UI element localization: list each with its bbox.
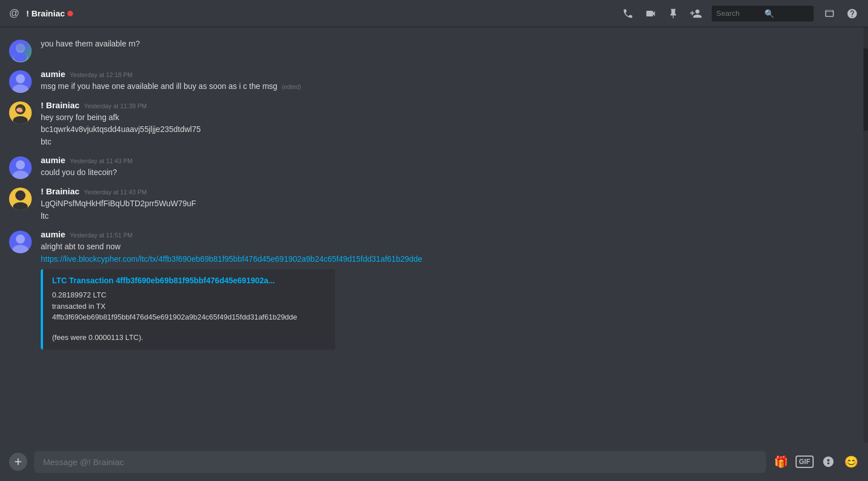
scrollbar-track[interactable] — [863, 27, 868, 442]
message-timestamp: Yesterday at 11:43 PM — [84, 189, 147, 195]
embed-title: LTC Transaction 4ffb3f690eb69b81f95bbf47… — [52, 276, 326, 285]
svg-point-12 — [15, 190, 25, 201]
embed-txhash: 4ffb3f690eb69b81f95bbf476d45e691902a9b24… — [52, 312, 326, 323]
search-box[interactable]: Search 🔍 — [712, 6, 814, 22]
input-placeholder: Message @! Brainiac — [43, 457, 124, 467]
message-header: aumie Yesterday at 11:51 PM — [41, 229, 859, 239]
emoji-icon[interactable]: 😊 — [843, 454, 859, 470]
message-content: you have them available rn? — [41, 39, 859, 62]
brainiac-label: ! Brainiac — [26, 8, 65, 18]
avatar — [9, 231, 32, 253]
messages-area: you have them available rn? aumie Yester… — [0, 27, 868, 442]
message-group: ! Brainiac Yesterday at 11:43 PM LgQiNPs… — [0, 184, 868, 225]
message-content: aumie Yesterday at 12:18 PM msg me if yo… — [41, 69, 859, 93]
svg-point-10 — [16, 160, 25, 169]
gift-icon[interactable]: 🎁 — [773, 454, 789, 470]
avatar — [9, 40, 32, 62]
message-input[interactable]: Message @! Brainiac — [34, 451, 766, 473]
message-content: ! Brainiac Yesterday at 11:39 PM hey sor… — [41, 100, 859, 149]
channel-name: ! Brainiac — [26, 8, 72, 18]
message-group: aumie Yesterday at 12:18 PM msg me if yo… — [0, 67, 868, 96]
message-content: aumie Yesterday at 11:51 PM alright abt … — [41, 229, 859, 350]
svg-point-5 — [12, 84, 28, 93]
svg-point-11 — [12, 171, 28, 179]
video-icon[interactable] — [644, 7, 657, 20]
message-group: 🧠 ! Brainiac Yesterday at 11:39 PM hey s… — [0, 98, 868, 151]
avatar — [9, 70, 32, 93]
avatar — [9, 156, 32, 179]
message-text: alright abt to send now — [41, 241, 859, 253]
svg-point-15 — [12, 245, 28, 253]
message-group: aumie Yesterday at 11:43 PM could you do… — [0, 153, 868, 182]
message-group: you have them available rn? — [0, 36, 868, 65]
svg-point-13 — [13, 202, 28, 210]
status-dot — [67, 11, 73, 16]
svg-text:🧠: 🧠 — [16, 107, 23, 114]
message-link-text[interactable]: https://live.blockcypher.com/ltc/tx/4ffb… — [41, 254, 859, 265]
top-bar: @ ! Brainiac Search 🔍 — [0, 0, 868, 27]
tx-link[interactable]: https://live.blockcypher.com/ltc/tx/4ffb… — [41, 254, 422, 263]
sticker-icon[interactable] — [820, 454, 836, 470]
svg-point-7 — [13, 116, 28, 124]
embed-amount: 0.28189972 LTC — [52, 290, 326, 301]
message-author: ! Brainiac — [41, 186, 79, 196]
message-timestamp: Yesterday at 11:51 PM — [70, 232, 132, 239]
top-bar-right: Search 🔍 — [621, 6, 859, 22]
gif-button[interactable]: GIF — [796, 456, 814, 468]
message-author: aumie — [41, 229, 65, 239]
message-header: ! Brainiac Yesterday at 11:43 PM — [41, 186, 859, 196]
dm-icon: @ — [9, 7, 19, 19]
message-text: ltc — [41, 211, 859, 222]
message-text: LgQiNPsfMqHkHfFiBqUbTD2prr5WuW79uF — [41, 198, 859, 210]
message-timestamp: Yesterday at 11:39 PM — [84, 103, 147, 109]
message-text: hey sorry for being afk — [41, 112, 859, 124]
message-timestamp: Yesterday at 12:18 PM — [70, 71, 132, 78]
embed-label: transacted in TX — [52, 301, 326, 312]
add-friend-icon[interactable] — [689, 7, 703, 20]
message-text: you have them available rn? — [41, 39, 859, 50]
search-icon: 🔍 — [764, 9, 809, 18]
edited-tag: (edited) — [282, 84, 301, 90]
message-author: ! Brainiac — [41, 100, 79, 110]
message-header: aumie Yesterday at 11:43 PM — [41, 155, 859, 165]
help-icon[interactable] — [845, 7, 859, 20]
message-content: ! Brainiac Yesterday at 11:43 PM LgQiNPs… — [41, 186, 859, 223]
message-author: aumie — [41, 69, 65, 79]
message-header: ! Brainiac Yesterday at 11:39 PM — [41, 100, 859, 110]
inbox-icon[interactable] — [823, 7, 836, 20]
search-placeholder: Search — [716, 9, 761, 18]
phone-icon[interactable] — [621, 7, 635, 20]
svg-point-14 — [16, 235, 25, 244]
avatar — [9, 188, 32, 210]
pin-icon[interactable] — [666, 7, 680, 20]
message-text: btc — [41, 137, 859, 148]
message-author: aumie — [41, 155, 65, 165]
svg-point-4 — [16, 74, 25, 83]
embed: LTC Transaction 4ffb3f690eb69b81f95bbf47… — [41, 269, 335, 350]
svg-point-3 — [14, 53, 27, 62]
message-text: could you do litecoin? — [41, 167, 859, 178]
message-header: aumie Yesterday at 12:18 PM — [41, 69, 859, 79]
message-group: aumie Yesterday at 11:51 PM alright abt … — [0, 227, 868, 352]
message-text: bc1qwrk4v8vjuktqsdd4uaavj55jljje235dtdwl… — [41, 124, 859, 135]
add-attachment-button[interactable] — [9, 453, 27, 471]
top-bar-left: @ ! Brainiac — [9, 7, 73, 19]
svg-point-2 — [16, 44, 24, 52]
scrollbar-thumb[interactable] — [863, 48, 868, 131]
message-text: msg me if you have one available and ill… — [41, 81, 859, 92]
embed-fees: (fees were 0.0000113 LTC). — [52, 332, 326, 343]
bottom-bar: Message @! Brainiac 🎁 GIF 😊 — [0, 442, 868, 481]
bottom-icons: 🎁 GIF 😊 — [773, 454, 859, 470]
message-content: aumie Yesterday at 11:43 PM could you do… — [41, 155, 859, 180]
avatar: 🧠 — [9, 101, 32, 124]
message-timestamp: Yesterday at 11:43 PM — [70, 158, 132, 164]
